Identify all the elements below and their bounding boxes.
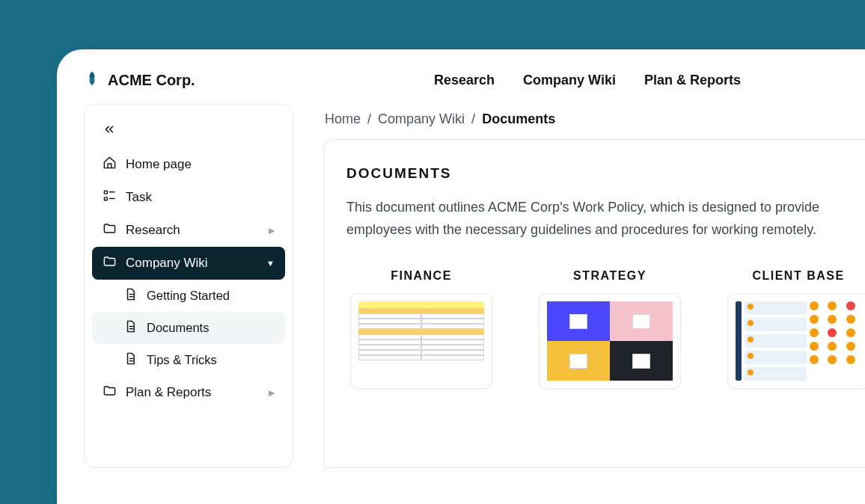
card-strategy: STRATEGY bbox=[535, 269, 685, 389]
chevron-right-icon: ▶ bbox=[269, 226, 275, 236]
breadcrumb-home[interactable]: Home bbox=[325, 111, 361, 126]
folder-icon bbox=[103, 384, 117, 402]
svg-rect-1 bbox=[104, 197, 107, 200]
main-content: Home / Company Wiki / Documents DOCUMENT… bbox=[323, 104, 865, 468]
brand-logo-icon bbox=[84, 70, 100, 90]
breadcrumb: Home / Company Wiki / Documents bbox=[323, 104, 865, 139]
card-title: CLIENT BASE bbox=[724, 269, 865, 283]
card-row: FINANCE bbox=[346, 269, 865, 389]
sidebar-collapse-button[interactable] bbox=[92, 118, 285, 148]
sidebar-item-documents[interactable]: Documents bbox=[92, 312, 285, 344]
app-window: ACME Corp. Research Company Wiki Plan & … bbox=[57, 49, 865, 504]
top-nav: Research Company Wiki Plan & Reports bbox=[434, 73, 838, 88]
sidebar-item-plan-reports[interactable]: Plan & Reports ▶ bbox=[92, 376, 285, 409]
card-title: FINANCE bbox=[346, 269, 496, 283]
card-strategy-thumb[interactable] bbox=[539, 293, 681, 389]
folder-icon bbox=[103, 254, 117, 272]
document-icon bbox=[123, 287, 138, 304]
dashboard-preview-icon bbox=[736, 301, 861, 381]
sidebar-item-tips-tricks[interactable]: Tips & Tricks bbox=[92, 344, 285, 376]
svg-rect-0 bbox=[104, 191, 107, 194]
page-description: This document outlines ACME Corp's Work … bbox=[346, 197, 840, 241]
header: ACME Corp. Research Company Wiki Plan & … bbox=[57, 49, 865, 104]
content-panel: DOCUMENTS This document outlines ACME Co… bbox=[323, 139, 865, 468]
sidebar-item-task[interactable]: Task bbox=[92, 181, 285, 214]
sidebar-item-research[interactable]: Research ▶ bbox=[92, 214, 285, 247]
sidebar-item-home[interactable]: Home page bbox=[92, 148, 285, 181]
page-title: DOCUMENTS bbox=[346, 165, 865, 182]
document-icon bbox=[123, 319, 138, 336]
chevron-right-icon: ▶ bbox=[269, 388, 275, 398]
sidebar-item-label: Getting Started bbox=[147, 289, 275, 303]
brand: ACME Corp. bbox=[84, 70, 195, 90]
nav-plan-reports[interactable]: Plan & Reports bbox=[644, 73, 741, 88]
sidebar-item-company-wiki[interactable]: Company Wiki ▼ bbox=[92, 247, 285, 280]
chevron-double-left-icon bbox=[103, 126, 116, 138]
sidebar-item-getting-started[interactable]: Getting Started bbox=[92, 280, 285, 312]
brand-name: ACME Corp. bbox=[108, 72, 195, 89]
breadcrumb-company-wiki[interactable]: Company Wiki bbox=[378, 111, 465, 126]
quadrant-preview-icon bbox=[547, 301, 673, 381]
sidebar-item-label: Research bbox=[126, 223, 260, 238]
card-client-base-thumb[interactable] bbox=[727, 293, 865, 389]
sidebar-item-label: Home page bbox=[126, 157, 275, 172]
sidebar-item-label: Plan & Reports bbox=[126, 385, 260, 400]
breadcrumb-sep: / bbox=[364, 111, 374, 126]
card-finance-thumb[interactable] bbox=[350, 293, 492, 389]
folder-icon bbox=[103, 221, 117, 239]
spreadsheet-preview-icon bbox=[358, 301, 484, 381]
nav-company-wiki[interactable]: Company Wiki bbox=[523, 73, 616, 88]
card-finance: FINANCE bbox=[346, 269, 496, 389]
sidebar-item-label: Tips & Tricks bbox=[147, 353, 275, 367]
breadcrumb-current: Documents bbox=[482, 111, 555, 126]
sidebar-item-label: Company Wiki bbox=[126, 256, 257, 271]
home-icon bbox=[103, 156, 117, 173]
sidebar-item-label: Documents bbox=[147, 321, 275, 335]
chevron-down-icon: ▼ bbox=[266, 259, 275, 268]
document-icon bbox=[123, 351, 138, 369]
nav-research[interactable]: Research bbox=[434, 73, 495, 88]
sidebar: Home page Task Research ▶ bbox=[84, 104, 293, 468]
task-icon bbox=[103, 188, 117, 206]
card-title: STRATEGY bbox=[535, 269, 685, 283]
sidebar-item-label: Task bbox=[126, 190, 275, 205]
card-client-base: CLIENT BASE bbox=[724, 269, 865, 389]
breadcrumb-sep: / bbox=[468, 111, 478, 126]
